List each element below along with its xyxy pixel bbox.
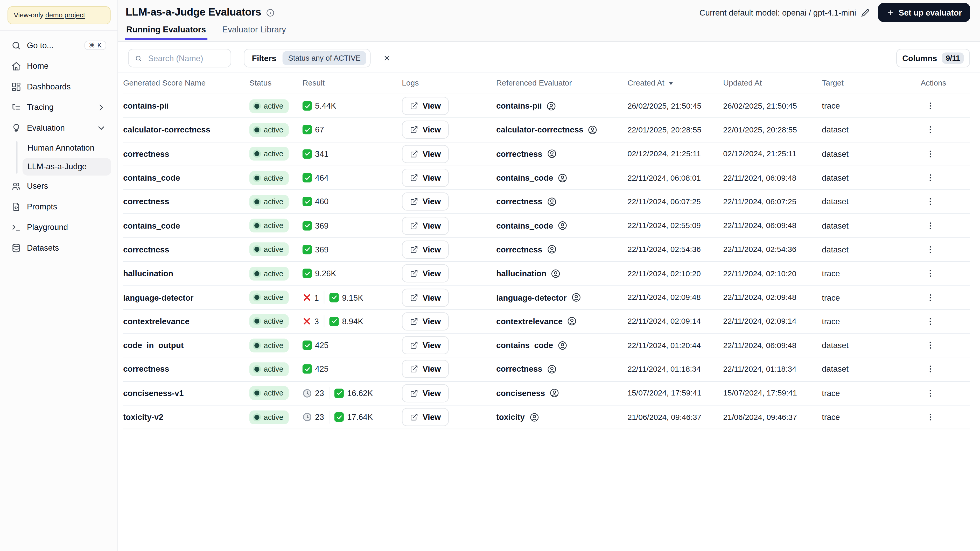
view-logs-button[interactable]: View [402, 360, 449, 378]
table-row[interactable]: hallucination active 9.26K View hallucin… [123, 262, 970, 286]
view-logs-button[interactable]: View [402, 240, 449, 259]
sidebar-item-datasets[interactable]: Datasets [6, 238, 111, 257]
table-row[interactable]: contains_code active 464 View contains_c… [123, 166, 970, 190]
table-row[interactable]: correctness active 341 View correctness … [123, 142, 970, 166]
table-row[interactable]: contains-pii active 5.44K View contains-… [123, 94, 970, 118]
column-header-generated-score-name[interactable]: Generated Score Name [123, 79, 250, 87]
status-filter-chip[interactable]: Status any of ACTIVE [283, 51, 366, 65]
view-logs-button[interactable]: View [402, 408, 449, 426]
sidebar-item-playground[interactable]: Playground [6, 218, 111, 237]
result-cell: 460 [302, 197, 402, 206]
table-row[interactable]: correctness active 460 View correctness … [123, 190, 970, 214]
row-actions-kebab-icon[interactable] [923, 314, 937, 329]
row-actions-kebab-icon[interactable] [923, 219, 937, 233]
row-actions-kebab-icon[interactable] [923, 147, 937, 161]
table-row[interactable]: correctness active 369 View correctness … [123, 238, 970, 262]
referenced-evaluator-cell[interactable]: correctness [496, 245, 627, 255]
external-link-icon [410, 245, 418, 254]
edit-model-icon[interactable] [861, 8, 869, 17]
row-actions-kebab-icon[interactable] [923, 338, 937, 352]
referenced-evaluator-cell[interactable]: contains_code [496, 221, 627, 231]
row-actions-kebab-icon[interactable] [923, 386, 937, 400]
referenced-evaluator-cell[interactable]: conciseness [496, 388, 627, 399]
referenced-evaluator-cell[interactable]: hallucination [496, 268, 627, 279]
columns-button[interactable]: Columns 9/11 [896, 49, 970, 67]
column-header-target[interactable]: Target [822, 79, 921, 87]
view-logs-button[interactable]: View [402, 384, 449, 402]
table-row[interactable]: conciseness-v1 active 2316.62K View conc… [123, 381, 970, 405]
table-row[interactable]: correctness active 425 View correctness … [123, 358, 970, 381]
status-badge: active [250, 338, 289, 352]
referenced-evaluator-cell[interactable]: language-detector [496, 292, 627, 302]
view-logs-button[interactable]: View [402, 97, 449, 115]
view-logs-button[interactable]: View [402, 336, 449, 354]
column-header-result[interactable]: Result [302, 79, 402, 87]
row-actions-kebab-icon[interactable] [923, 410, 937, 424]
banner-text: View-only [14, 11, 45, 19]
sidebar-item-llm-as-a-judge[interactable]: LLM-as-a-Judge [22, 158, 111, 175]
search-input[interactable] [147, 53, 224, 64]
view-logs-button[interactable]: View [402, 121, 449, 139]
updated-at-cell: 22/11/2024, 06:09:48 [723, 173, 822, 182]
table-row[interactable]: language-detector active 19.15K View lan… [123, 286, 970, 310]
column-header-logs[interactable]: Logs [402, 79, 496, 87]
view-logs-button[interactable]: View [402, 169, 449, 187]
info-icon[interactable] [266, 8, 274, 17]
sidebar-item-human-annotation[interactable]: Human Annotation [22, 139, 111, 157]
clear-filters-button[interactable] [380, 51, 394, 65]
row-actions-kebab-icon[interactable] [923, 290, 937, 305]
row-actions-kebab-icon[interactable] [923, 170, 937, 185]
view-logs-button[interactable]: View [402, 289, 449, 306]
table-row[interactable]: toxicity-v2 active 2317.64K View toxicit… [123, 405, 970, 429]
result-segment: 425 [302, 341, 329, 350]
sidebar-item-users[interactable]: Users [6, 176, 111, 195]
referenced-evaluator-cell[interactable]: calculator-correctness [496, 125, 627, 135]
column-header-created-at[interactable]: Created At [627, 79, 723, 87]
filters-button[interactable]: Filters Status any of ACTIVE [244, 49, 371, 67]
view-logs-button[interactable]: View [402, 145, 449, 163]
sidebar-item-goto[interactable]: Go to...⌘ K [6, 36, 111, 55]
referenced-evaluator-cell[interactable]: toxicity [496, 412, 627, 422]
column-header-referenced-evaluator[interactable]: Referenced Evaluator [496, 79, 627, 87]
demo-project-link[interactable]: demo project [45, 11, 85, 19]
referenced-evaluator-cell[interactable]: correctness [496, 197, 627, 207]
view-logs-button[interactable]: View [402, 264, 449, 283]
referenced-evaluator-cell[interactable]: contains_code [496, 340, 627, 350]
referenced-evaluator-cell[interactable]: contains_code [496, 173, 627, 183]
row-actions-kebab-icon[interactable] [923, 242, 937, 257]
row-actions-kebab-icon[interactable] [923, 362, 937, 376]
row-actions-kebab-icon[interactable] [923, 195, 937, 209]
column-header-actions[interactable]: Actions [921, 79, 970, 87]
referenced-evaluator-cell[interactable]: correctness [496, 149, 627, 159]
sidebar-item-dashboards[interactable]: Dashboards [6, 77, 111, 96]
referenced-evaluator-cell[interactable]: contextrelevance [496, 316, 627, 327]
status-cell: active [250, 99, 302, 113]
row-actions-kebab-icon[interactable] [923, 123, 937, 137]
column-header-status[interactable]: Status [250, 79, 302, 87]
sidebar-item-tracing[interactable]: Tracing [6, 98, 111, 116]
set-up-evaluator-button[interactable]: Set up evaluator [878, 3, 970, 22]
table-row[interactable]: code_in_output active 425 View contains_… [123, 333, 970, 357]
tab-evaluator-library[interactable]: Evaluator Library [222, 25, 286, 40]
status-cell: active [250, 267, 302, 280]
table-row[interactable]: contains_code active 369 View contains_c… [123, 214, 970, 238]
status-cell: active [250, 314, 302, 328]
tab-running-evaluators[interactable]: Running Evaluators [126, 25, 206, 40]
referenced-evaluator-cell[interactable]: contains-pii [496, 101, 627, 111]
sidebar-item-prompts[interactable]: Prompts [6, 197, 111, 216]
referenced-evaluator-cell[interactable]: correctness [496, 364, 627, 374]
table-header-row: Generated Score NameStatusResultLogsRefe… [123, 73, 970, 94]
view-logs-button[interactable]: View [402, 192, 449, 211]
view-logs-button[interactable]: View [402, 312, 449, 330]
sidebar-item-evaluation[interactable]: Evaluation [6, 118, 111, 137]
row-actions-kebab-icon[interactable] [923, 266, 937, 280]
sidebar-item-home[interactable]: Home [6, 57, 111, 75]
actions-cell [921, 170, 970, 185]
row-actions-kebab-icon[interactable] [923, 99, 937, 113]
view-logs-button[interactable]: View [402, 217, 449, 235]
column-header-updated-at[interactable]: Updated At [723, 79, 822, 87]
logs-cell: View [402, 240, 496, 259]
table-row[interactable]: contextrelevance active 38.94K View cont… [123, 310, 970, 333]
updated-at-cell: 22/01/2025, 20:28:55 [723, 125, 822, 134]
table-row[interactable]: calculator-correctness active 67 View ca… [123, 118, 970, 142]
